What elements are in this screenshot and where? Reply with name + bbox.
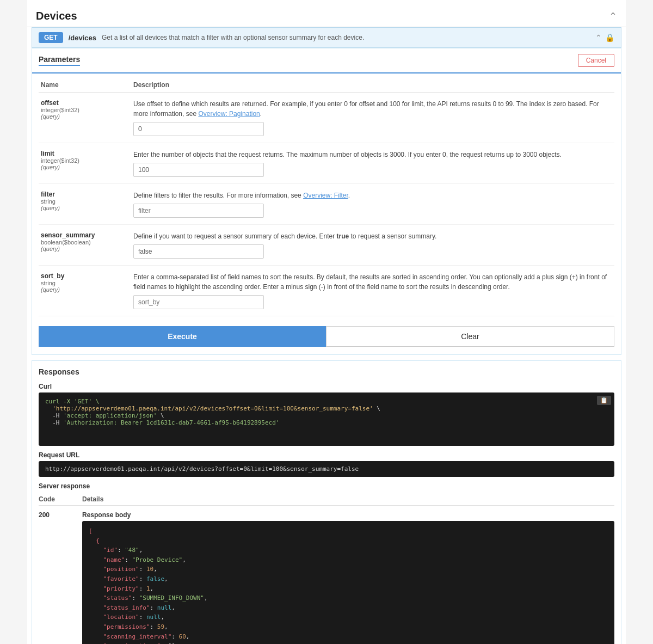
response-table-header: Code Details xyxy=(39,493,614,506)
param-name-sensor-summary: sensor_summary xyxy=(41,231,133,239)
server-response-label: Server response xyxy=(39,482,614,490)
cancel-button[interactable]: Cancel xyxy=(578,54,614,67)
param-type-sensor-summary: boolean($boolean) xyxy=(41,239,133,246)
responses-section: Responses Curl curl -X 'GET' \ 'http://a… xyxy=(32,360,621,644)
page-container: Devices ⌃ GET /devices Get a list of all… xyxy=(27,0,626,644)
parameters-title: Parameters xyxy=(39,55,80,66)
param-type-limit: integer($int32) xyxy=(41,157,133,164)
curl-block: curl -X 'GET' \ 'http://appserverdemo01.… xyxy=(39,392,614,446)
details-col-header: Details xyxy=(82,495,614,503)
page-title: Devices xyxy=(36,10,77,22)
sensor-summary-input[interactable] xyxy=(133,244,264,259)
param-location-sort-by: (query) xyxy=(41,286,133,293)
param-desc-limit: Enter the number of objects that the req… xyxy=(133,150,612,160)
action-buttons: Execute Clear xyxy=(39,326,614,347)
json-response-block: [ { "id": "48", "name": "Probe Device", … xyxy=(82,521,614,644)
param-desc-block-limit: Enter the number of objects that the req… xyxy=(133,150,612,177)
limit-input[interactable] xyxy=(133,163,264,177)
param-desc-filter: Define filters to filter the results. Fo… xyxy=(133,191,612,200)
param-name-block-sort-by: sort_by string (query) xyxy=(41,272,133,293)
lock-icon-btn[interactable]: 🔒 xyxy=(605,33,614,42)
param-type-sort-by: string xyxy=(41,280,133,286)
collapse-endpoint-btn[interactable]: ⌃ xyxy=(595,33,602,42)
param-row-sensor-summary: sensor_summary boolean($boolean) (query)… xyxy=(39,225,614,266)
param-name-sort-by: sort_by xyxy=(41,272,133,280)
param-row-limit: limit integer($int32) (query) Enter the … xyxy=(39,143,614,184)
param-desc-block-offset: Use offset to define which results are r… xyxy=(133,99,612,136)
param-type-offset: integer($int32) xyxy=(41,107,133,113)
parameters-header: Parameters Cancel xyxy=(32,48,621,73)
param-location-sensor-summary: (query) xyxy=(41,246,133,252)
param-name-block-sensor-summary: sensor_summary boolean($boolean) (query) xyxy=(41,231,133,252)
offset-input[interactable] xyxy=(133,122,264,136)
param-name-filter: filter xyxy=(41,191,133,198)
param-location-filter: (query) xyxy=(41,205,133,211)
param-row-filter: filter string (query) Define filters to … xyxy=(39,184,614,225)
param-name-offset: offset xyxy=(41,99,133,107)
param-desc-sensor-summary: Define if you want to request a sensor s… xyxy=(133,231,612,241)
col-desc-header: Description xyxy=(133,81,612,89)
request-url-label: Request URL xyxy=(39,451,614,459)
param-row-offset: offset integer($int32) (query) Use offse… xyxy=(39,93,614,143)
params-table: Name Description offset integer($int32) … xyxy=(32,73,621,321)
response-code: 200 xyxy=(39,511,82,519)
params-table-header: Name Description xyxy=(39,78,614,93)
endpoint-path: /devices xyxy=(69,34,96,42)
param-location-offset: (query) xyxy=(41,113,133,120)
endpoint-icons: ⌃ 🔒 xyxy=(595,33,614,42)
param-desc-offset: Use offset to define which results are r… xyxy=(133,99,612,119)
pagination-link[interactable]: Overview: Pagination xyxy=(198,110,260,118)
responses-title: Responses xyxy=(39,367,614,376)
curl-copy-btn[interactable]: 📋 xyxy=(597,396,611,405)
method-badge: GET xyxy=(39,32,63,43)
param-name-limit: limit xyxy=(41,150,133,157)
param-desc-block-filter: Define filters to filter the results. Fo… xyxy=(133,191,612,218)
param-name-block-offset: offset integer($int32) (query) xyxy=(41,99,133,120)
request-url-block: http://appserverdemo01.paeqa.int/api/v2/… xyxy=(39,461,614,477)
curl-label: Curl xyxy=(39,383,614,390)
param-type-filter: string xyxy=(41,198,133,205)
filter-link[interactable]: Overview: Filter xyxy=(303,192,348,199)
col-name-header: Name xyxy=(41,81,133,89)
sort-by-input[interactable] xyxy=(133,295,264,309)
code-col-header: Code xyxy=(39,495,82,503)
param-row-sort-by: sort_by string (query) Enter a comma-sep… xyxy=(39,266,614,316)
devices-header: Devices ⌃ xyxy=(27,5,626,27)
response-row-200: 200 Response body [ { "id": "48", "name"… xyxy=(39,509,614,644)
clear-button[interactable]: Clear xyxy=(326,326,614,347)
param-desc-block-sensor-summary: Define if you want to request a sensor s… xyxy=(133,231,612,259)
collapse-icon[interactable]: ⌃ xyxy=(609,10,617,22)
param-name-block-filter: filter string (query) xyxy=(41,191,133,211)
filter-input[interactable] xyxy=(133,204,264,218)
param-desc-block-sort-by: Enter a comma-separated list of field na… xyxy=(133,272,612,309)
endpoint-row: GET /devices Get a list of all devices t… xyxy=(32,27,621,48)
response-body-label: Response body xyxy=(82,511,614,519)
parameters-section: Parameters Cancel Name Description offse… xyxy=(32,48,621,355)
endpoint-description: Get a list of all devices that match a f… xyxy=(102,34,590,41)
execute-button[interactable]: Execute xyxy=(39,326,326,347)
param-name-block-limit: limit integer($int32) (query) xyxy=(41,150,133,170)
response-details: Response body [ { "id": "48", "name": "P… xyxy=(82,511,614,644)
param-desc-sort-by: Enter a comma-separated list of field na… xyxy=(133,272,612,292)
param-location-limit: (query) xyxy=(41,164,133,170)
